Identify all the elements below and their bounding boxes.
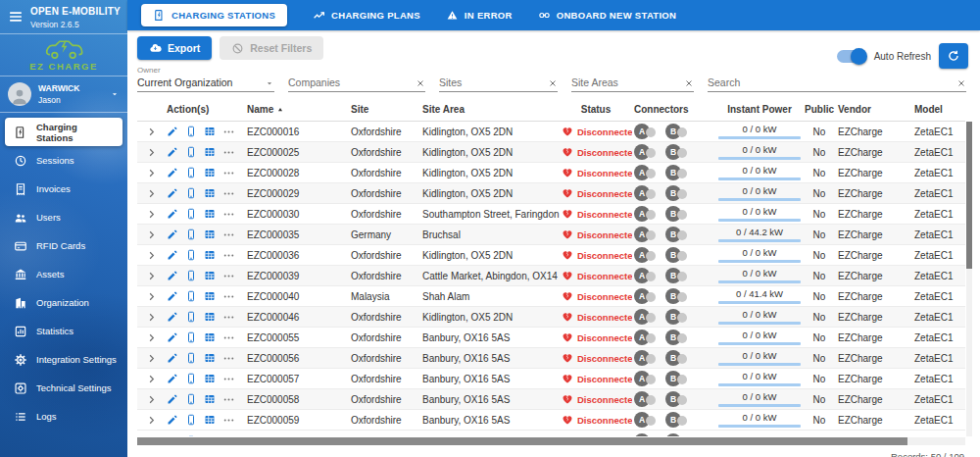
more-actions-icon[interactable]: [222, 373, 235, 385]
sidebar-item-integration-settings[interactable]: Integration Settings: [0, 345, 127, 374]
expand-row-icon[interactable]: [146, 188, 157, 199]
smartphone-icon[interactable]: [185, 290, 197, 302]
expand-row-icon[interactable]: [146, 394, 157, 405]
auto-refresh-toggle[interactable]: [837, 50, 866, 63]
connector-a-badge[interactable]: [634, 433, 658, 437]
more-actions-icon[interactable]: [222, 146, 235, 159]
connector-a-badge[interactable]: A: [634, 309, 658, 325]
user-menu[interactable]: WARWICK Jason: [0, 76, 127, 112]
edit-icon[interactable]: [167, 435, 178, 437]
display-grid-icon[interactable]: [204, 352, 216, 364]
more-actions-icon[interactable]: [222, 352, 235, 365]
smartphone-icon[interactable]: [185, 187, 197, 199]
display-grid-icon[interactable]: [204, 270, 216, 281]
owner-select[interactable]: Current Organization: [137, 76, 274, 92]
chevron-down-icon[interactable]: [110, 89, 120, 99]
display-grid-icon[interactable]: [204, 414, 216, 426]
clear-site-areas-icon[interactable]: [684, 78, 694, 88]
table-row[interactable]: EZC000039 Oxfordshire Cattle Market, Abi…: [137, 266, 965, 286]
table-row[interactable]: EZC000040 Malaysia Shah Alam Disconnecte…: [137, 286, 965, 307]
column-header-name[interactable]: Name: [245, 104, 349, 115]
edit-icon[interactable]: [167, 331, 178, 343]
expand-row-icon[interactable]: [146, 291, 157, 302]
sidebar-item-invoices[interactable]: Invoices: [0, 175, 127, 203]
connector-b-badge[interactable]: B: [665, 144, 689, 160]
expand-row-icon[interactable]: [146, 374, 157, 384]
display-grid-icon[interactable]: [204, 187, 216, 199]
edit-icon[interactable]: [167, 208, 178, 220]
clear-sites-icon[interactable]: [548, 78, 558, 88]
edit-icon[interactable]: [167, 393, 178, 405]
display-grid-icon[interactable]: [204, 435, 216, 437]
display-grid-icon[interactable]: [204, 331, 216, 343]
smartphone-icon[interactable]: [185, 228, 197, 240]
table-row[interactable]: EZC000030 Oxfordshire Southampton Street…: [137, 204, 965, 225]
more-actions-icon[interactable]: [222, 331, 235, 344]
expand-row-icon[interactable]: [146, 353, 157, 364]
sidebar-item-logs[interactable]: Logs: [0, 402, 127, 431]
column-header-model[interactable]: Model: [912, 104, 965, 115]
refresh-button[interactable]: [939, 43, 968, 69]
connector-a-badge[interactable]: A: [634, 371, 658, 386]
horizontal-scrollbar-thumb[interactable]: [137, 437, 907, 445]
connector-a-badge[interactable]: A: [634, 185, 658, 201]
more-actions-icon[interactable]: [222, 187, 235, 200]
column-header-status[interactable]: Status: [560, 104, 632, 115]
table-row[interactable]: EZC000029 Oxfordshire Kidlington, OX5 2D…: [137, 183, 965, 204]
hamburger-menu-icon[interactable]: [8, 9, 24, 25]
connector-b-badge[interactable]: B: [665, 206, 689, 222]
companies-filter-input[interactable]: Companies: [288, 76, 425, 92]
connector-b-badge[interactable]: B: [665, 227, 689, 242]
edit-icon[interactable]: [167, 167, 178, 178]
smartphone-icon[interactable]: [185, 352, 197, 364]
connector-b-badge[interactable]: B: [665, 268, 689, 283]
connector-b-badge[interactable]: [665, 433, 689, 437]
expand-row-icon[interactable]: [146, 435, 157, 436]
smartphone-icon[interactable]: [185, 331, 197, 343]
display-grid-icon[interactable]: [204, 311, 216, 323]
connector-a-badge[interactable]: A: [634, 288, 658, 304]
sites-filter-input[interactable]: Sites: [439, 76, 558, 92]
table-row[interactable]: EZC000057 Oxfordshire Banbury, OX16 5AS …: [137, 369, 965, 389]
edit-icon[interactable]: [167, 228, 178, 240]
edit-icon[interactable]: [167, 270, 178, 281]
reset-filters-button[interactable]: Reset Filters: [220, 36, 323, 60]
site-areas-filter-input[interactable]: Site Areas: [571, 76, 694, 92]
edit-icon[interactable]: [167, 146, 178, 158]
expand-row-icon[interactable]: [146, 415, 157, 426]
edit-icon[interactable]: [167, 126, 178, 137]
table-row[interactable]: EZC000056 Oxfordshire Banbury, OX16 5AS …: [137, 348, 965, 369]
edit-icon[interactable]: [167, 290, 178, 302]
sidebar-item-statistics[interactable]: Statistics: [0, 317, 127, 345]
clear-companies-icon[interactable]: [416, 78, 425, 88]
connector-a-badge[interactable]: A: [634, 124, 658, 139]
display-grid-icon[interactable]: [204, 290, 216, 302]
connector-b-badge[interactable]: B: [665, 350, 689, 366]
more-actions-icon[interactable]: [222, 393, 235, 406]
connector-a-badge[interactable]: A: [634, 330, 658, 345]
connector-a-badge[interactable]: A: [634, 227, 658, 242]
smartphone-icon[interactable]: [185, 249, 197, 261]
more-actions-icon[interactable]: [222, 290, 235, 303]
table-row[interactable]: EZC000025 Oxfordshire Kidlington, OX5 2D…: [137, 142, 965, 163]
more-actions-icon[interactable]: [222, 311, 235, 324]
expand-row-icon[interactable]: [146, 127, 157, 137]
column-header-connectors[interactable]: Connectors: [632, 104, 716, 115]
expand-row-icon[interactable]: [146, 229, 157, 240]
smartphone-icon[interactable]: [185, 167, 197, 178]
sidebar-item-sessions[interactable]: Sessions: [0, 146, 127, 175]
edit-icon[interactable]: [167, 373, 178, 384]
edit-icon[interactable]: [167, 249, 178, 261]
connector-a-badge[interactable]: A: [634, 144, 658, 160]
tab-charging-stations[interactable]: CHARGING STATIONS: [141, 4, 287, 26]
table-row[interactable]: EZC000016 Oxfordshire Kidlington, OX5 2D…: [137, 122, 965, 142]
column-header-vendor[interactable]: Vendor: [836, 104, 912, 115]
display-grid-icon[interactable]: [204, 126, 216, 137]
smartphone-icon[interactable]: [185, 373, 197, 384]
tab-onboard-new-station[interactable]: ONBOARD NEW STATION: [538, 9, 677, 22]
smartphone-icon[interactable]: [185, 208, 197, 220]
more-actions-icon[interactable]: [222, 270, 235, 282]
display-grid-icon[interactable]: [204, 146, 216, 158]
search-input[interactable]: Search: [708, 76, 966, 92]
connector-a-badge[interactable]: A: [634, 247, 658, 263]
